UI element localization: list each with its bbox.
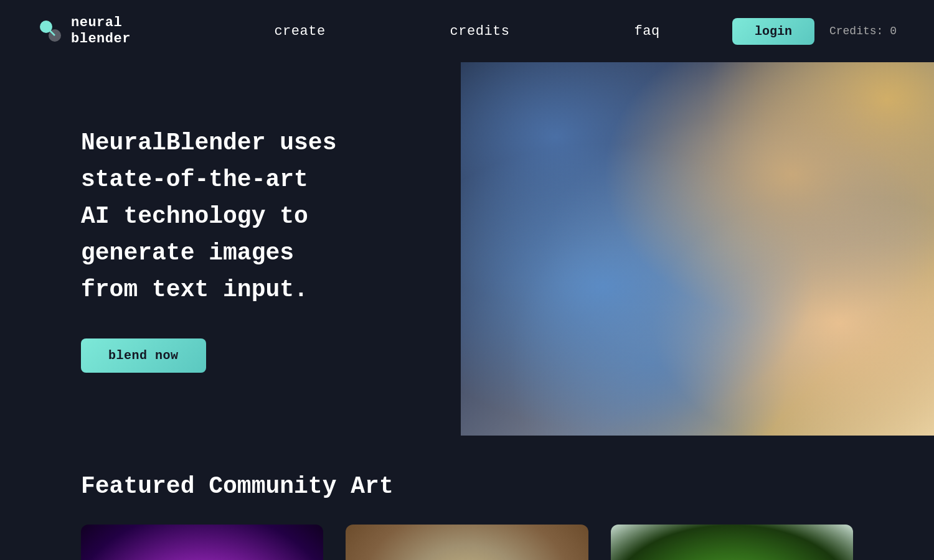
art-card-2[interactable]	[346, 525, 588, 560]
hero-image-bg	[461, 62, 934, 436]
main-nav: create credits faq	[274, 24, 659, 39]
hero-section: NeuralBlender uses state-of-the-art AI t…	[0, 62, 934, 436]
hero-image	[461, 62, 934, 436]
art-grid	[81, 525, 853, 560]
community-section: Featured Community Art	[0, 436, 934, 560]
credits-count: Credits: 0	[829, 25, 897, 37]
site-header: neural blender create credits faq login …	[0, 0, 934, 62]
art-card-3[interactable]	[611, 525, 853, 560]
login-button[interactable]: login	[732, 18, 814, 45]
logo[interactable]: neural blender	[37, 15, 131, 48]
logo-text: neural blender	[71, 15, 131, 48]
hero-content: NeuralBlender uses state-of-the-art AI t…	[0, 125, 349, 372]
logo-icon	[37, 18, 64, 44]
header-right: login Credits: 0	[732, 18, 897, 45]
nav-create[interactable]: create	[274, 24, 325, 39]
nav-credits[interactable]: credits	[450, 24, 510, 39]
community-title: Featured Community Art	[81, 473, 853, 500]
hero-title: NeuralBlender uses state-of-the-art AI t…	[81, 125, 349, 308]
art-card-1[interactable]	[81, 525, 323, 560]
blend-now-button[interactable]: blend now	[81, 338, 206, 373]
nav-faq[interactable]: faq	[634, 24, 660, 39]
